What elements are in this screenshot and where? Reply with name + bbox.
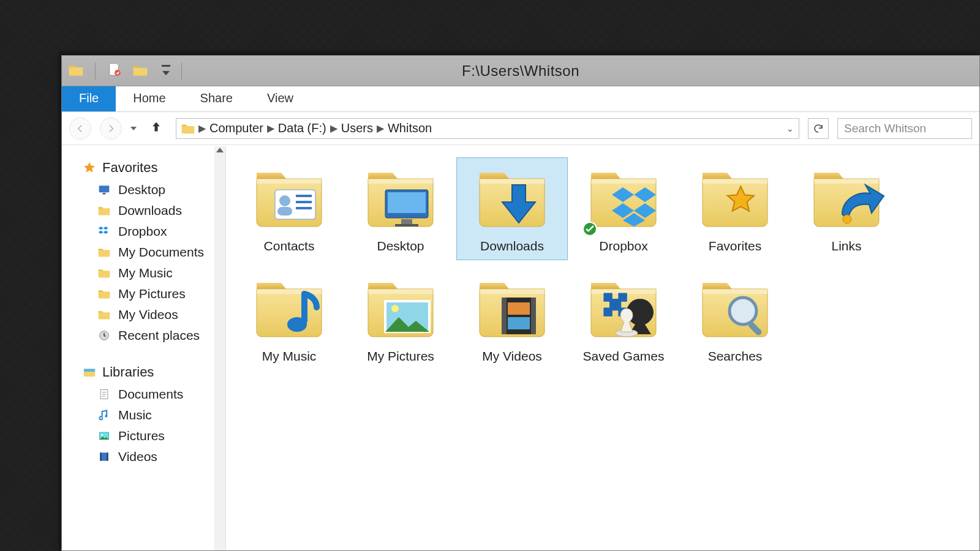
folder-label: My Pictures bbox=[367, 349, 434, 364]
folder-icon bbox=[249, 272, 329, 345]
sidebar-group-libraries: Libraries DocumentsMusicPicturesVideos bbox=[62, 362, 225, 467]
folder-icon bbox=[249, 162, 329, 235]
sidebar-header-label: Libraries bbox=[102, 364, 154, 380]
folder-label: Saved Games bbox=[582, 349, 664, 364]
note-icon bbox=[97, 408, 111, 422]
folder-item[interactable]: My Videos bbox=[456, 268, 568, 370]
folder-item[interactable]: Downloads bbox=[456, 157, 568, 260]
sidebar-item[interactable]: Documents bbox=[62, 384, 225, 405]
sidebar-item-label: My Documents bbox=[118, 245, 204, 260]
monitor-icon bbox=[97, 183, 111, 197]
search-placeholder: Search Whitson bbox=[844, 122, 926, 135]
breadcrumb-drive[interactable]: Data (F:) bbox=[278, 121, 326, 135]
chevron-down-icon[interactable]: ⌄ bbox=[786, 124, 794, 133]
sidebar-item[interactable]: Downloads bbox=[62, 200, 225, 221]
svg-rect-7 bbox=[84, 369, 95, 372]
film-icon bbox=[97, 450, 111, 463]
folder-label: Contacts bbox=[264, 239, 315, 253]
svg-rect-25 bbox=[388, 192, 426, 213]
folder-item[interactable]: Contacts bbox=[233, 157, 345, 260]
svg-rect-33 bbox=[502, 298, 507, 334]
svg-rect-16 bbox=[100, 452, 102, 460]
sidebar-item[interactable]: Pictures bbox=[62, 425, 225, 446]
folder-item[interactable]: Favorites bbox=[679, 157, 791, 260]
tab-view[interactable]: View bbox=[250, 85, 311, 111]
sidebar-item-label: My Videos bbox=[118, 307, 178, 322]
tab-home[interactable]: Home bbox=[116, 85, 183, 111]
breadcrumb-whitson[interactable]: Whitson bbox=[388, 121, 432, 135]
folder-icon bbox=[472, 162, 552, 235]
recent-locations-icon[interactable] bbox=[130, 127, 137, 130]
breadcrumb-computer[interactable]: Computer bbox=[209, 121, 263, 135]
folder-icon bbox=[584, 272, 663, 345]
folder-icon bbox=[97, 266, 111, 280]
doc-icon bbox=[97, 388, 111, 401]
scrollbar[interactable] bbox=[214, 146, 225, 550]
svg-rect-4 bbox=[103, 193, 106, 195]
navigation-bar: ▶ Computer ▶ Data (F:) ▶ Users ▶ Whitson… bbox=[62, 112, 979, 145]
sidebar-item[interactable]: My Music bbox=[62, 263, 225, 283]
folder-icon bbox=[97, 204, 111, 217]
sidebar-item[interactable]: Recent places bbox=[62, 325, 225, 346]
folder-icon bbox=[807, 162, 886, 235]
svg-point-29 bbox=[287, 317, 307, 332]
svg-point-28 bbox=[843, 215, 851, 223]
svg-point-38 bbox=[729, 298, 756, 324]
chevron-right-icon[interactable]: ▶ bbox=[377, 122, 384, 134]
folder-icon bbox=[97, 246, 111, 259]
svg-rect-17 bbox=[107, 452, 108, 460]
dropbox-icon bbox=[97, 225, 111, 238]
folder-item[interactable]: Desktop bbox=[345, 157, 456, 260]
svg-point-14 bbox=[101, 434, 103, 436]
sidebar-item[interactable]: My Pictures bbox=[62, 283, 225, 304]
folder-label: My Videos bbox=[482, 349, 542, 364]
sidebar-item[interactable]: My Videos bbox=[62, 304, 225, 325]
sidebar-item-label: Documents bbox=[118, 387, 183, 402]
tab-file[interactable]: File bbox=[62, 85, 116, 111]
forward-button[interactable] bbox=[100, 118, 122, 140]
folder-icon bbox=[97, 308, 111, 321]
folder-item[interactable]: My Pictures bbox=[345, 268, 456, 370]
sidebar-header-favorites[interactable]: Favorites bbox=[62, 157, 225, 179]
ribbon-tabs: File Home Share View bbox=[62, 86, 979, 112]
sidebar-item-label: Videos bbox=[118, 449, 157, 464]
pic-icon bbox=[97, 429, 111, 443]
folder-item[interactable]: Links bbox=[791, 157, 902, 260]
search-input[interactable]: Search Whitson bbox=[837, 118, 972, 139]
svg-rect-36 bbox=[508, 317, 530, 329]
sidebar-item-label: My Pictures bbox=[118, 287, 186, 301]
back-button[interactable] bbox=[69, 118, 91, 140]
svg-point-12 bbox=[105, 415, 107, 418]
svg-point-31 bbox=[391, 305, 399, 312]
title-bar: F:\Users\Whitson bbox=[62, 56, 979, 86]
folder-icon bbox=[472, 272, 552, 345]
sidebar-header-libraries[interactable]: Libraries bbox=[62, 362, 225, 384]
chevron-right-icon[interactable]: ▶ bbox=[198, 122, 206, 134]
folder-item[interactable]: My Music bbox=[233, 268, 345, 370]
sidebar-item-label: Desktop bbox=[118, 182, 165, 197]
folder-label: Searches bbox=[708, 349, 763, 364]
folder-label: Desktop bbox=[377, 239, 424, 253]
svg-point-19 bbox=[279, 195, 290, 206]
sidebar-item[interactable]: Dropbox bbox=[62, 221, 225, 242]
refresh-button[interactable] bbox=[808, 118, 829, 139]
sync-ok-icon bbox=[582, 222, 597, 236]
navigation-pane: Favorites DesktopDownloadsDropboxMy Docu… bbox=[62, 146, 226, 550]
address-bar[interactable]: ▶ Computer ▶ Data (F:) ▶ Users ▶ Whitson… bbox=[176, 118, 799, 139]
chevron-right-icon[interactable]: ▶ bbox=[330, 122, 337, 134]
folder-content[interactable]: ContactsDesktopDownloadsDropboxFavorites… bbox=[226, 146, 979, 550]
folder-icon bbox=[695, 272, 775, 345]
folder-label: Favorites bbox=[709, 239, 761, 253]
sidebar-item[interactable]: My Documents bbox=[62, 242, 225, 263]
breadcrumb-users[interactable]: Users bbox=[341, 121, 373, 135]
sidebar-item[interactable]: Music bbox=[62, 405, 225, 425]
up-button[interactable] bbox=[145, 120, 167, 137]
folder-item[interactable]: Searches bbox=[679, 268, 791, 370]
folder-item[interactable]: Dropbox bbox=[568, 157, 679, 260]
tab-share[interactable]: Share bbox=[183, 85, 250, 111]
folder-item[interactable]: Saved Games bbox=[568, 268, 679, 370]
sidebar-item[interactable]: Desktop bbox=[62, 179, 225, 200]
chevron-right-icon[interactable]: ▶ bbox=[267, 122, 274, 134]
sidebar-item-label: Downloads bbox=[118, 203, 182, 218]
sidebar-item[interactable]: Videos bbox=[62, 446, 225, 467]
